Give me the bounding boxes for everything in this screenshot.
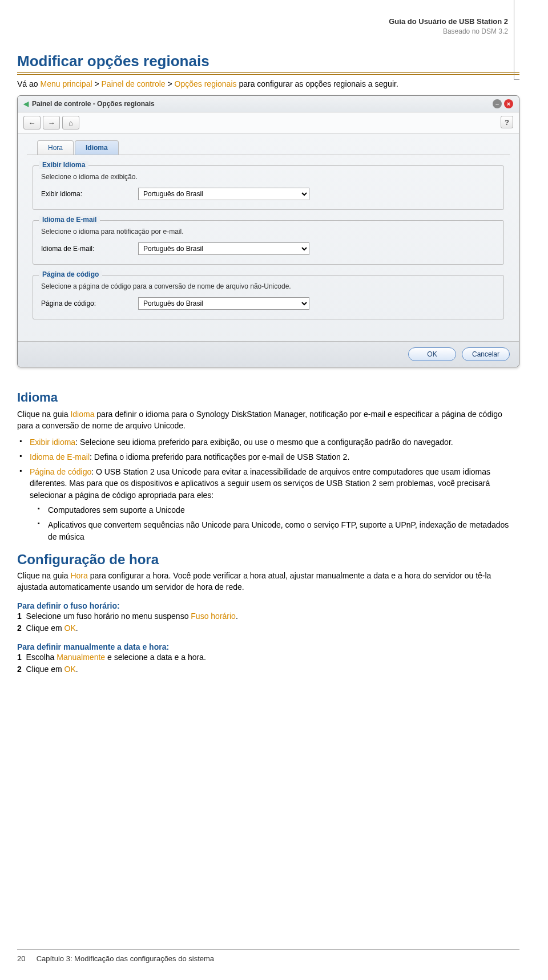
- nav-back-button[interactable]: ←: [23, 116, 41, 129]
- doc-header: Guia do Usuário de USB Station 2 Baseado…: [17, 17, 519, 35]
- desc-idioma-email: Selecione o idioma para notificação por …: [41, 228, 495, 236]
- kw-opcoes-regionais: Opções regionais: [175, 79, 237, 88]
- text: : Selecione seu idioma preferido para ex…: [75, 438, 453, 447]
- nav-home-button[interactable]: ⌂: [62, 116, 79, 129]
- tabs-row: Hora Idioma: [27, 133, 510, 155]
- text: >: [92, 79, 102, 88]
- idioma-paragraph: Clique na guia Idioma para definir o idi…: [17, 408, 519, 432]
- desc-pagina-codigo: Selecione a página de código para a conv…: [41, 282, 495, 290]
- nav-forward-button[interactable]: →: [43, 116, 60, 129]
- select-pagina-codigo[interactable]: Português do Brasil: [138, 297, 309, 310]
- config-hora-paragraph: Clique na guia Hora para configurar a ho…: [17, 570, 519, 593]
- close-icon[interactable]: ×: [504, 99, 513, 108]
- text: Clique em: [26, 665, 65, 674]
- section-title: Modificar opções regionais: [17, 52, 519, 75]
- desc-exibir-idioma: Selecione o idioma de exibição.: [41, 173, 495, 181]
- step-head-fuso: Para definir o fuso horário:: [17, 601, 519, 610]
- label-pagina-codigo: Página de código:: [41, 299, 132, 307]
- text: Clique na guia: [17, 410, 70, 419]
- heading-config-hora: Configuração de hora: [17, 552, 519, 568]
- chapter-label: Capítulo 3: Modificação das configuraçõe…: [37, 954, 214, 963]
- text: : Defina o idioma preferido para notific…: [90, 452, 349, 461]
- doc-title: Guia do Usuário de USB Station 2: [17, 17, 508, 26]
- kw-painel-controle: Painel de controle: [102, 79, 166, 88]
- bullet-pagina-codigo: Página de código: O USB Station 2 usa Un…: [19, 466, 519, 542]
- text: Clique em: [26, 623, 65, 633]
- window-toolbar: ← → ⌂ ?: [18, 112, 519, 133]
- step-manual-2: 2 Clique em OK.: [17, 663, 519, 675]
- kw-ok-1: OK: [65, 623, 76, 633]
- step-head-manual: Para definir manualmente a data e hora:: [17, 642, 519, 651]
- cancel-button[interactable]: Cancelar: [462, 347, 510, 361]
- legend-idioma-email: Idioma de E-mail: [39, 216, 100, 224]
- text: .: [236, 612, 238, 621]
- back-chevron-icon: ◀: [23, 100, 29, 108]
- text: Selecione um fuso horário no menu suspen…: [26, 612, 191, 621]
- corner-decoration: [514, 0, 519, 80]
- text: : O USB Station 2 usa Unicode para evita…: [30, 467, 490, 500]
- text: e selecione a data e a hora.: [105, 653, 206, 662]
- legend-pagina-codigo: Página de código: [39, 270, 102, 278]
- screenshot-window: ◀ Painel de controle - Opções regionais …: [17, 95, 519, 367]
- kw-idioma: Idioma: [70, 410, 94, 419]
- step-fuso-1: 1 Selecione um fuso horário no menu susp…: [17, 610, 519, 622]
- step-manual-1: 1 Escolha Manualmente e selecione a data…: [17, 651, 519, 663]
- step-fuso-2: 2 Clique em OK.: [17, 622, 519, 634]
- tab-hora[interactable]: Hora: [37, 140, 74, 155]
- kw-ok-2: OK: [65, 665, 76, 674]
- minimize-icon[interactable]: –: [493, 99, 502, 108]
- kw-idioma-email: Idioma de E-mail: [30, 452, 90, 461]
- text: >: [166, 79, 175, 88]
- sub-bullet-unicode: Computadores sem suporte a Unicode: [38, 504, 519, 516]
- bullet-list: Exibir idioma: Selecione seu idioma pref…: [17, 436, 519, 542]
- bullet-idioma-email: Idioma de E-mail: Defina o idioma prefer…: [19, 451, 519, 463]
- kw-pagina-codigo: Página de código: [30, 467, 91, 476]
- label-exibir-idioma: Exibir idioma:: [41, 190, 132, 198]
- kw-menu-principal: Menu principal: [40, 79, 92, 88]
- text: para configurar a hora. Você pode verifi…: [17, 571, 491, 592]
- sub-bullet-apps: Aplicativos que convertem sequências não…: [38, 519, 519, 542]
- legend-exibir-idioma: Exibir Idioma: [39, 161, 88, 169]
- help-button[interactable]: ?: [501, 116, 513, 128]
- intro-text: Vá ao Menu principal > Painel de control…: [17, 79, 519, 88]
- page-footer: 20 Capítulo 3: Modificação das configura…: [17, 949, 519, 963]
- text: .: [76, 623, 78, 633]
- heading-idioma: Idioma: [17, 390, 519, 405]
- text: Clique na guia: [17, 571, 70, 580]
- fieldset-pagina-codigo: Página de código Selecione a página de c…: [33, 275, 504, 319]
- label-idioma-email: Idioma de E-mail:: [41, 245, 132, 253]
- kw-manualmente: Manualmente: [57, 653, 105, 662]
- window-titlebar: ◀ Painel de controle - Opções regionais …: [18, 96, 519, 112]
- select-exibir-idioma[interactable]: Português do Brasil: [138, 188, 309, 200]
- page-number: 20: [17, 954, 34, 963]
- step-number: 2: [17, 623, 22, 633]
- fieldset-exibir-idioma: Exibir Idioma Selecione o idioma de exib…: [33, 165, 504, 210]
- text: Vá ao: [17, 79, 40, 88]
- text: para configurar as opções regionais a se…: [237, 79, 398, 88]
- window-title: Painel de controle - Opções regionais: [32, 100, 155, 108]
- text: Escolha: [26, 653, 57, 662]
- step-number: 1: [17, 612, 22, 621]
- fieldset-idioma-email: Idioma de E-mail Selecione o idioma para…: [33, 220, 504, 265]
- kw-fuso-horario: Fuso horário: [191, 612, 236, 621]
- ok-button[interactable]: OK: [408, 347, 456, 361]
- doc-subtitle: Baseado no DSM 3.2: [17, 27, 508, 35]
- kw-exibir-idioma: Exibir idioma: [30, 438, 75, 447]
- select-idioma-email[interactable]: Português do Brasil: [138, 242, 309, 255]
- kw-hora: Hora: [70, 571, 87, 580]
- bullet-exibir-idioma: Exibir idioma: Selecione seu idioma pref…: [19, 436, 519, 448]
- text: .: [76, 665, 78, 674]
- tab-idioma[interactable]: Idioma: [75, 140, 119, 155]
- window-footer: OK Cancelar: [18, 341, 519, 367]
- step-number: 2: [17, 665, 22, 674]
- sub-bullet-list: Computadores sem suporte a Unicode Aplic…: [30, 504, 519, 542]
- step-number: 1: [17, 653, 22, 662]
